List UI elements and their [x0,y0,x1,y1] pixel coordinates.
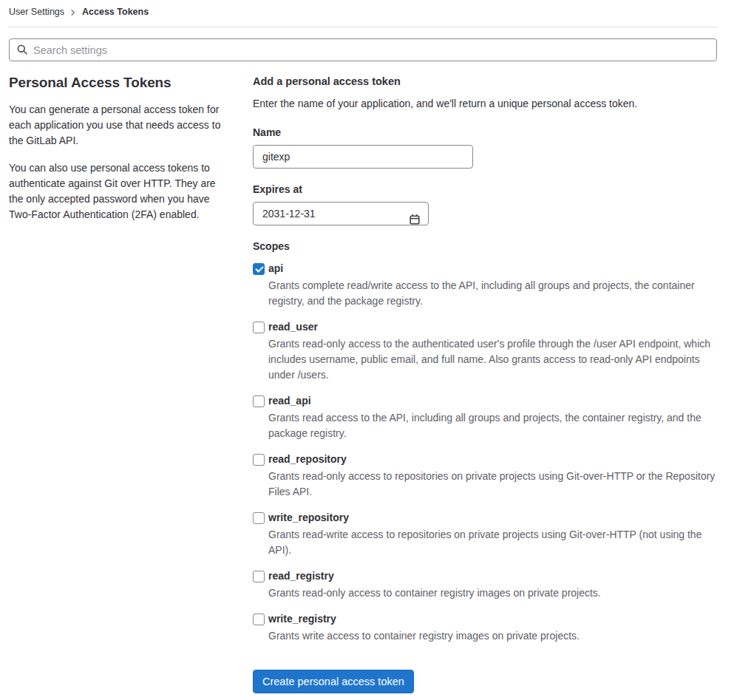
header-divider [9,27,717,27]
settings-page: User Settings Access Tokens Personal Acc… [0,0,734,700]
scope-label-read-user[interactable]: read_user [268,321,318,333]
scope-description-read-repository: Grants read-only access to repositories … [268,469,717,500]
name-field-label: Name [253,126,717,139]
search-bar [9,38,717,61]
form-subtitle: Enter the name of your application, and … [253,96,717,112]
scope-row-read-user: read_user [253,321,717,333]
scope-item-api: api Grants complete read/write access to… [253,262,717,309]
scope-description-read-user: Grants read-only access to the authentic… [268,336,717,383]
breadcrumb: User Settings Access Tokens [9,0,717,27]
expires-field-label: Expires at [253,183,717,196]
expires-date-input[interactable] [253,202,429,225]
scope-description-read-registry: Grants read-only access to container reg… [268,585,717,601]
scope-item-write-registry: write_registry Grants write access to co… [253,613,717,644]
scopes-label: Scopes [253,240,717,253]
scope-row-write-repository: write_repository [253,512,717,524]
scope-label-read-api[interactable]: read_api [268,395,311,407]
calendar-icon[interactable] [409,214,421,228]
scope-row-read-api: read_api [253,395,717,407]
search-input[interactable] [9,38,717,61]
form-title: Add a personal access token [253,75,717,88]
scope-row-api: api [253,262,717,275]
page-title: Personal Access Tokens [9,75,229,91]
scope-item-read-api: read_api Grants read access to the API, … [253,395,717,441]
scope-row-read-repository: read_repository [253,453,717,466]
breadcrumb-user-settings[interactable]: User Settings [9,7,64,17]
scope-checkbox-api[interactable] [253,263,265,275]
scope-description-api: Grants complete read/write access to the… [268,278,717,309]
chevron-right-icon [70,10,76,16]
settings-content: Personal Access Tokens You can generate … [9,75,717,700]
scope-checkbox-write-registry[interactable] [253,614,265,625]
scope-row-write-registry: write_registry [253,613,717,625]
create-token-button[interactable]: Create personal access token [253,670,414,693]
token-name-input[interactable] [253,145,473,169]
scope-item-read-user: read_user Grants read-only access to the… [253,321,717,383]
scope-label-write-repository[interactable]: write_repository [268,512,349,524]
scopes-list: api Grants complete read/write access to… [253,262,717,644]
scope-row-read-registry: read_registry [253,570,717,582]
scope-item-write-repository: write_repository Grants read-write acces… [253,512,717,558]
scope-item-read-repository: read_repository Grants read-only access … [253,453,717,500]
scope-description-write-repository: Grants read-write access to repositories… [268,527,717,558]
scope-checkbox-read-user[interactable] [253,322,265,333]
scope-checkbox-read-registry[interactable] [253,571,265,582]
section-description: Personal Access Tokens You can generate … [9,75,253,700]
scope-description-write-registry: Grants write access to container registr… [268,628,717,644]
scope-label-api[interactable]: api [268,262,283,275]
description-paragraph-2: You can also use personal access tokens … [9,160,229,222]
token-form-section: Add a personal access token Enter the na… [253,75,717,700]
scope-checkbox-read-repository[interactable] [253,454,265,466]
scope-item-read-registry: read_registry Grants read-only access to… [253,570,717,601]
description-paragraph-1: You can generate a personal access token… [9,102,229,149]
scope-description-read-api: Grants read access to the API, including… [268,410,717,441]
scope-checkbox-read-api[interactable] [253,395,265,407]
scope-label-read-repository[interactable]: read_repository [268,453,347,466]
expires-date-field [253,202,429,225]
scope-label-write-registry[interactable]: write_registry [268,613,336,625]
scope-label-read-registry[interactable]: read_registry [268,570,334,582]
scope-checkbox-write-repository[interactable] [253,512,265,524]
breadcrumb-access-tokens[interactable]: Access Tokens [82,7,149,17]
